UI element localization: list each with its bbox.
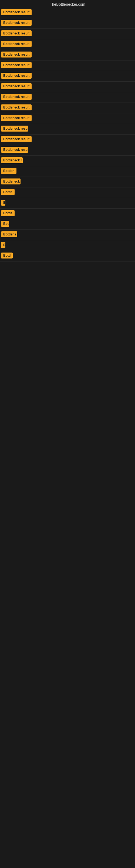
bottleneck-badge[interactable]: Bottl (1, 252, 13, 258)
result-row: Bottleneck r (0, 156, 135, 166)
bottleneck-badge[interactable]: Bottleneck result (1, 104, 32, 111)
bottleneck-badge[interactable]: Bottleneck result (1, 94, 32, 100)
bottleneck-badge[interactable]: Bottleneck (1, 179, 20, 184)
result-row: Bottleneck result (0, 134, 135, 145)
bottleneck-badge[interactable]: Bottlens (1, 231, 17, 237)
bottleneck-badge[interactable]: Bottleneck result (1, 20, 32, 26)
bottleneck-badge[interactable]: Bottleneck resu (1, 126, 28, 131)
bottleneck-badge[interactable]: Bottleneck r (1, 157, 23, 163)
result-row: Bottlen (0, 166, 135, 177)
bottleneck-badge[interactable]: Bottleneck result (1, 52, 32, 58)
bottleneck-badge[interactable]: B (1, 199, 5, 206)
bottleneck-badge[interactable]: Bottle (1, 189, 14, 195)
result-row: Bottleneck (0, 177, 135, 187)
result-row: Bottleneck result (0, 71, 135, 82)
bottleneck-badge[interactable]: Bottleneck result (1, 73, 32, 79)
result-row: Bottleneck result (0, 18, 135, 29)
result-row: Bottleneck result (0, 113, 135, 124)
bottleneck-badge[interactable]: Bottleneck result (1, 115, 32, 121)
result-row: B (0, 240, 135, 251)
bottleneck-badge[interactable]: Bottleneck result (1, 62, 32, 68)
bottleneck-badge[interactable]: Bottleneck resu (1, 147, 28, 153)
bottleneck-badge[interactable]: Bot (1, 221, 9, 227)
result-row: Bottleneck result (0, 39, 135, 50)
result-row: Bottleneck result (0, 82, 135, 92)
result-row: B (0, 198, 135, 209)
result-row: Bottlens (0, 230, 135, 240)
bottleneck-badge[interactable]: Bottleneck result (1, 136, 32, 142)
bottleneck-badge[interactable]: Bottlen (1, 168, 16, 174)
bottleneck-badge[interactable]: Bottleneck result (1, 83, 32, 89)
bottleneck-badge[interactable]: Bottle (1, 210, 14, 216)
site-title: TheBottlenecker.com (0, 0, 135, 8)
result-row: Bottle (0, 209, 135, 219)
result-row: Bottleneck result (0, 92, 135, 103)
result-row: Bottl (0, 251, 135, 261)
result-row: Bottle (0, 187, 135, 198)
result-row: Bottleneck result (0, 8, 135, 18)
result-row: Bottleneck result (0, 61, 135, 71)
result-row: Bot (0, 219, 135, 230)
result-row: Bottleneck result (0, 50, 135, 61)
result-row: Bottleneck resu (0, 124, 135, 134)
bottleneck-badge[interactable]: Bottleneck result (1, 30, 32, 36)
result-row: Bottleneck result (0, 29, 135, 39)
result-row: Bottleneck result (0, 103, 135, 113)
result-row: Bottleneck resu (0, 145, 135, 156)
bottleneck-badge[interactable]: Bottleneck result (1, 9, 32, 15)
bottleneck-badge[interactable]: B (1, 242, 5, 248)
bottleneck-badge[interactable]: Bottleneck result (1, 41, 32, 47)
